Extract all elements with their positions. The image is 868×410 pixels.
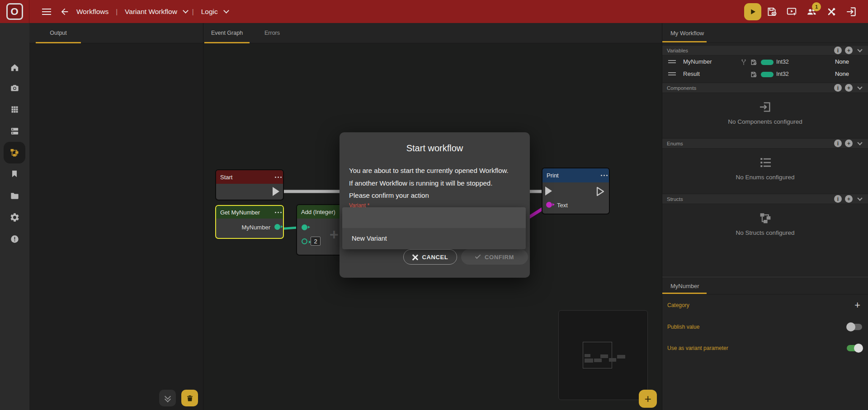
run-settings-button[interactable]	[785, 5, 798, 19]
save-link-icon	[750, 59, 757, 66]
node-get-mynumber[interactable]: Get MyNumber MyNumber	[215, 205, 284, 239]
plus-operator-icon: +	[330, 227, 339, 242]
exit-button[interactable]	[844, 5, 858, 19]
info-icon[interactable]: i	[834, 195, 842, 203]
back-button[interactable]	[56, 3, 74, 21]
node-start[interactable]: Start	[215, 169, 284, 200]
collapse-chevron-icon[interactable]	[857, 47, 862, 52]
play-icon	[749, 8, 757, 16]
toggle-knob	[846, 322, 855, 331]
active-tab-underline	[662, 293, 707, 294]
add-icon[interactable]: +	[845, 195, 853, 203]
section-title: Structs	[667, 196, 831, 202]
workflow-name-dropdown[interactable]: Variant Workflow	[125, 8, 177, 16]
add-icon[interactable]: +	[845, 47, 853, 54]
exec-in-port[interactable]	[545, 186, 552, 196]
home-icon	[9, 62, 20, 73]
variable-row[interactable]: Result Int32 None	[662, 68, 868, 80]
tab-output[interactable]: Output	[36, 23, 81, 43]
chevron-down-icon[interactable]	[223, 8, 229, 14]
data-in-port-b[interactable]	[302, 238, 307, 244]
collapse-chevron-icon[interactable]	[857, 196, 862, 200]
enums-section-header: Enums i +	[662, 138, 868, 149]
variant-option-empty[interactable]	[342, 207, 526, 228]
variant-parameter-toggle[interactable]	[846, 344, 863, 353]
minimap[interactable]	[558, 310, 648, 400]
save-link-icon	[766, 6, 778, 18]
data-in-port-a[interactable]	[302, 224, 307, 230]
left-icon-rail	[0, 23, 29, 410]
sidebar-item-settings[interactable]	[4, 206, 25, 228]
node-print[interactable]: Print Text	[542, 168, 610, 214]
output-panel: Output	[29, 23, 203, 410]
info-icon[interactable]: i	[834, 84, 842, 92]
confirm-button[interactable]: CONFIRM	[461, 249, 528, 265]
users-badge: 1	[812, 2, 821, 11]
dialog-text-line: You are about to start the currently ope…	[349, 167, 523, 174]
numbered-list-icon	[758, 155, 773, 170]
collapse-chevron-icon[interactable]	[857, 84, 862, 89]
scroll-to-bottom-button[interactable]	[159, 390, 176, 406]
tools-button[interactable]	[825, 5, 838, 19]
more-options-icon[interactable]	[604, 175, 605, 176]
publish-value-label: Publish value	[667, 324, 846, 330]
add-icon[interactable]: +	[845, 84, 853, 92]
sidebar-item-capture[interactable]	[4, 77, 25, 98]
alert-icon	[9, 234, 20, 244]
section-title: Variables	[667, 48, 831, 53]
app-logo: O	[0, 0, 29, 23]
collapse-chevron-icon[interactable]	[857, 140, 862, 145]
exec-out-port[interactable]	[273, 187, 279, 196]
variant-option-new[interactable]: New Variant	[342, 228, 526, 249]
active-tab-underline	[662, 41, 707, 42]
breadcrumb-workflows[interactable]: Workflows	[76, 8, 108, 16]
trash-icon	[186, 394, 194, 402]
add-icon[interactable]: +	[845, 140, 853, 147]
variable-value: None	[835, 70, 849, 77]
section-title: Enums	[667, 141, 831, 146]
top-bar: O Workflows | Variant Workflow | Logic	[0, 0, 868, 23]
add-node-button[interactable]: +	[639, 390, 657, 408]
variables-section-header: Variables i +	[662, 45, 868, 56]
info-icon[interactable]: i	[834, 47, 842, 54]
users-button[interactable]: 1	[805, 5, 818, 19]
dialog-text-line: If another Workflow is running it will b…	[349, 179, 523, 187]
more-options-icon[interactable]	[278, 177, 279, 178]
workflow-icon	[9, 147, 20, 158]
save-workflow-button[interactable]	[765, 5, 778, 19]
add-category-button[interactable]: +	[854, 299, 860, 311]
variable-row[interactable]: MyNumber Int32 None	[662, 56, 868, 68]
value-input[interactable]: 2	[311, 237, 321, 246]
section-dropdown[interactable]: Logic	[201, 8, 218, 16]
empty-text: No Structs configured	[736, 229, 795, 236]
tab-my-workflow[interactable]: My Workflow	[670, 23, 704, 43]
info-icon[interactable]: i	[834, 140, 842, 147]
sidebar-item-devices[interactable]	[4, 120, 25, 142]
components-section-header: Components i +	[662, 83, 868, 93]
run-workflow-button[interactable]	[744, 3, 761, 20]
publish-value-row: Publish value	[662, 319, 868, 335]
drag-handle-icon[interactable]	[668, 60, 676, 63]
cancel-button[interactable]: CANCEL	[403, 249, 457, 265]
drag-handle-icon[interactable]	[668, 72, 676, 75]
sidebar-item-alerts[interactable]	[4, 228, 25, 250]
components-empty-state: No Components configured	[662, 100, 868, 125]
sidebar-item-files[interactable]	[4, 185, 25, 206]
clear-output-button[interactable]	[181, 390, 198, 406]
publish-value-toggle[interactable]	[846, 322, 863, 331]
dialog-text-line: Please confirm your action	[349, 191, 523, 199]
output-tabstrip: Output	[29, 23, 203, 43]
chevron-down-icon[interactable]	[183, 8, 189, 14]
main-menu-button[interactable]	[38, 3, 56, 21]
bookmark-icon	[9, 169, 19, 179]
sidebar-item-apps[interactable]	[4, 98, 25, 120]
sidebar-item-bookmarks[interactable]	[4, 163, 25, 185]
sidebar-item-workflows[interactable]	[4, 142, 25, 163]
node-title: Get MyNumber	[220, 209, 260, 216]
data-out-port[interactable]	[274, 224, 280, 230]
exec-out-port[interactable]	[596, 186, 605, 196]
more-options-icon[interactable]	[278, 212, 279, 213]
text-in-port[interactable]	[546, 202, 552, 208]
sidebar-item-home[interactable]	[4, 56, 25, 78]
exit-icon	[845, 6, 857, 18]
